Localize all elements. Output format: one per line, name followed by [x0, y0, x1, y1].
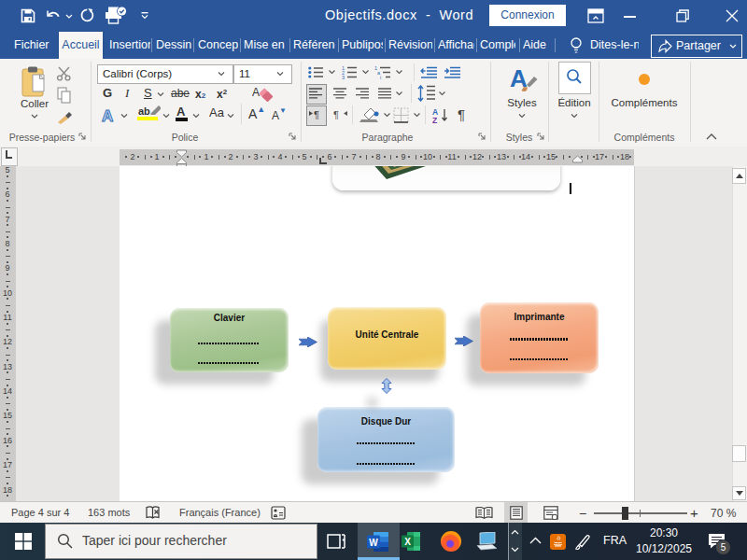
svg-text:i: i [380, 75, 381, 79]
svg-text:Z: Z [432, 116, 437, 124]
svg-text:W: W [369, 538, 378, 548]
svg-text:¶: ¶ [333, 109, 339, 120]
svg-text:A: A [252, 86, 260, 99]
svg-text:X: X [404, 537, 411, 547]
svg-text:¶: ¶ [314, 109, 319, 120]
svg-text:3: 3 [342, 75, 345, 79]
svg-text:A: A [102, 107, 113, 124]
